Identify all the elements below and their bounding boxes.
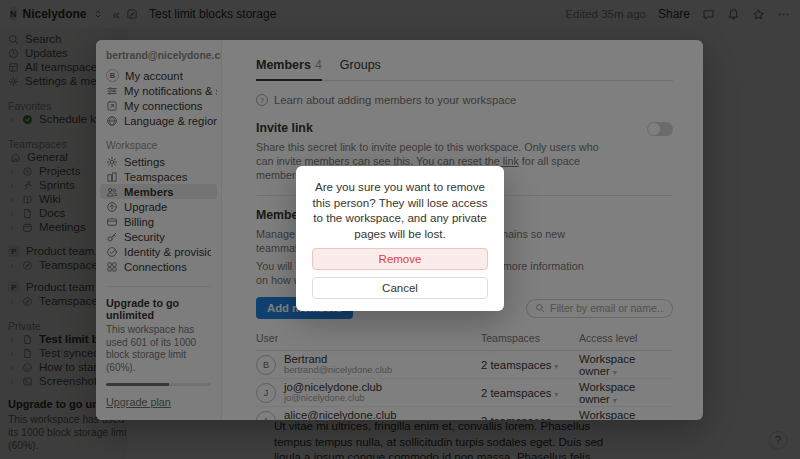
cancel-button[interactable]: Cancel xyxy=(312,277,488,299)
dialog-message: Are you sure you want to remove this per… xyxy=(312,179,488,241)
remove-member-dialog: Are you sure you want to remove this per… xyxy=(296,166,504,311)
remove-button[interactable]: Remove xyxy=(312,248,488,270)
